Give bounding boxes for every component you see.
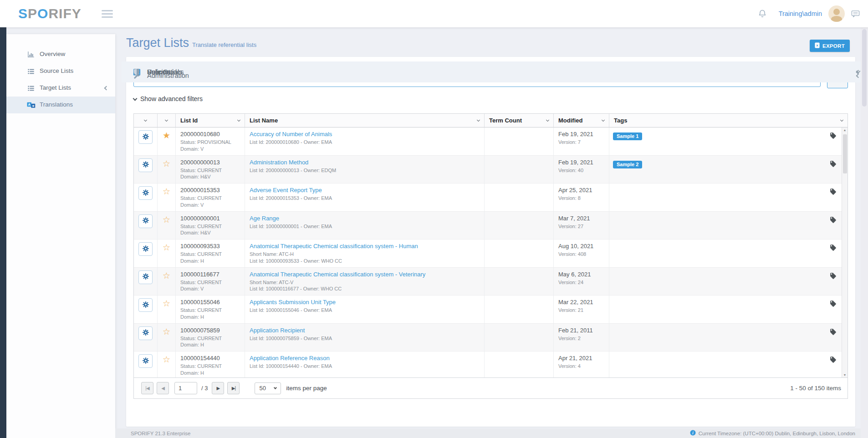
favorite-star-icon[interactable]: ☆ <box>163 299 170 321</box>
sidebar-item-policies[interactable]: Policies <box>122 61 867 82</box>
favorite-star-icon[interactable]: ☆ <box>163 243 170 265</box>
tag-icon[interactable] <box>830 132 837 141</box>
tag-badge[interactable]: Sample 2 <box>613 161 642 168</box>
sidebar-item-overview[interactable]: Overview <box>6 46 115 63</box>
table-scrollbar[interactable]: ▲▼ <box>842 127 848 377</box>
row-settings-button[interactable] <box>138 130 153 144</box>
page-subtitle: Translate referential lists <box>192 41 256 48</box>
first-page-button[interactable]: |◀ <box>141 382 153 394</box>
list-name-link[interactable]: Anatomical Therapeutic Chemical classifi… <box>250 271 480 278</box>
column-menu-chevron-icon[interactable] <box>165 118 168 121</box>
column-menu-chevron-icon[interactable] <box>602 118 605 121</box>
favorite-star-icon[interactable]: ☆ <box>163 271 170 294</box>
list-name-link[interactable]: Application Recipient <box>250 327 480 334</box>
table-scrollbar-thumb[interactable] <box>843 134 847 173</box>
table-row[interactable]: ☆100000075859Status: CURRENTDomain: HApp… <box>134 324 848 352</box>
row-settings-button[interactable] <box>138 298 153 312</box>
row-settings-button[interactable] <box>138 186 153 200</box>
column-menu-chevron-icon[interactable] <box>144 118 147 121</box>
notifications-bell-icon[interactable] <box>758 9 767 18</box>
page-scrollbar[interactable] <box>861 27 868 438</box>
page-number-input[interactable] <box>174 382 197 394</box>
favorite-star-icon[interactable]: ☆ <box>163 159 170 182</box>
list-name-link[interactable]: Accuracy of Number of Animals <box>250 131 480 138</box>
list-name-link[interactable]: Administration Method <box>250 159 480 166</box>
sidebar-item-source-lists[interactable]: Source Lists <box>6 63 115 80</box>
table-row[interactable]: ☆100000093533Status: CURRENTDomain: HAna… <box>134 239 848 268</box>
list-name-link[interactable]: Age Range <box>250 215 480 222</box>
list-id: 200000015353 <box>180 187 240 194</box>
gear-icon <box>142 133 149 142</box>
list-meta: List Id: 200000000013 - Owner: EDQM <box>250 167 480 174</box>
page-scrollbar-thumb[interactable] <box>862 29 867 107</box>
tag-badge[interactable]: Sample 1 <box>613 132 642 140</box>
app-logo[interactable]: SPORIFY <box>18 6 82 21</box>
column-menu-chevron-icon[interactable] <box>477 118 480 121</box>
favorite-star-icon[interactable]: ☆ <box>163 327 170 350</box>
column-menu-chevron-icon[interactable] <box>237 118 240 121</box>
tag-icon[interactable] <box>830 272 837 281</box>
column-header-tags[interactable]: Tags <box>609 114 848 127</box>
footer-bar: SPORIFY 21.3 Enterprise i Current Timezo… <box>115 428 861 438</box>
prev-page-button[interactable]: ◀ <box>157 382 169 394</box>
tag-icon[interactable] <box>830 328 837 337</box>
sidebar-item-label: Target Lists <box>40 85 71 92</box>
column-header-blank-1[interactable] <box>158 114 176 127</box>
advanced-filters-toggle[interactable]: Show advanced filters <box>133 95 203 102</box>
tag-icon[interactable] <box>830 356 837 365</box>
items-per-page-select[interactable]: 50 <box>255 382 281 394</box>
tag-icon[interactable] <box>830 300 837 309</box>
tag-icon[interactable] <box>830 188 837 197</box>
list-meta: List Id: 200000015353 - Owner: EMA <box>250 195 480 202</box>
table-row[interactable]: ☆100000154440Status: CURRENTDomain: HApp… <box>134 351 848 377</box>
row-settings-button[interactable] <box>138 354 153 368</box>
column-header-term-count[interactable]: Term Count <box>485 114 554 127</box>
table-row[interactable]: ☆200000000013Status: CURRENTDomain: H&VA… <box>134 156 848 184</box>
table-row[interactable]: ☆100000000001Status: CURRENTDomain: H&VA… <box>134 212 848 240</box>
list-name-link[interactable]: Applicants Submission Unit Type <box>250 299 480 306</box>
favorite-star-icon[interactable]: ☆ <box>163 355 170 377</box>
list-domain: Domain: H&V <box>180 229 240 236</box>
user-menu[interactable]: Training\admin <box>779 10 822 17</box>
table-row[interactable]: ☆100000116677Status: CURRENTDomain: VAna… <box>134 268 848 296</box>
modified-date: Apr 25, 2021 <box>558 187 604 194</box>
column-header-list-id[interactable]: List Id <box>176 114 245 127</box>
scroll-up-arrow-icon[interactable]: ▲ <box>842 128 848 132</box>
table-row[interactable]: ★200000010680Status: PROVISIONALDomain: … <box>134 127 848 156</box>
tag-icon[interactable] <box>830 244 837 253</box>
list-name-link[interactable]: Anatomical Therapeutic Chemical classifi… <box>250 243 480 250</box>
list-domain: Domain: H <box>180 314 240 321</box>
favorite-star-icon[interactable]: ☆ <box>163 215 170 238</box>
column-header-list-name[interactable]: List Name <box>245 114 485 127</box>
list-id: 200000000013 <box>180 159 240 166</box>
export-button[interactable]: x EXPORT <box>810 40 850 52</box>
list-name-link[interactable]: Adverse Event Report Type <box>250 187 480 194</box>
table-header-row: List IdList NameTerm CountModifiedTags <box>134 114 848 127</box>
row-settings-button[interactable] <box>138 270 153 284</box>
next-page-button[interactable]: ▶ <box>212 382 224 394</box>
table-row[interactable]: ☆100000155046Status: CURRENTDomain: HApp… <box>134 295 848 324</box>
tag-icon[interactable] <box>830 160 837 169</box>
last-page-button[interactable]: ▶| <box>227 382 240 394</box>
table-row[interactable]: ☆200000015353Status: CURRENTDomain: VAdv… <box>134 183 848 212</box>
row-settings-button[interactable] <box>138 158 153 172</box>
avatar[interactable] <box>828 5 845 22</box>
column-header-blank-0[interactable] <box>134 114 158 127</box>
column-menu-chevron-icon[interactable] <box>840 118 843 121</box>
term-count-cell <box>485 324 554 351</box>
row-settings-button[interactable] <box>138 214 153 228</box>
sidebar-item-translations[interactable]: A★Translations <box>6 97 115 113</box>
favorite-star-icon[interactable]: ☆ <box>163 187 170 209</box>
chat-icon[interactable] <box>851 10 860 18</box>
column-menu-chevron-icon[interactable] <box>546 118 549 121</box>
list-name-link[interactable]: Application Reference Reason <box>250 355 480 362</box>
sidebar-item-target-lists[interactable]: Target Lists <box>6 80 115 97</box>
tag-icon[interactable] <box>830 216 837 225</box>
row-settings-button[interactable] <box>138 326 153 340</box>
row-settings-button[interactable] <box>138 242 153 256</box>
column-header-modified[interactable]: Modified <box>554 114 609 127</box>
scroll-down-arrow-icon[interactable]: ▼ <box>842 373 848 377</box>
list-status: Status: CURRENT <box>180 223 240 230</box>
menu-toggle-icon[interactable] <box>102 10 113 18</box>
favorite-star-icon[interactable]: ★ <box>163 131 170 153</box>
